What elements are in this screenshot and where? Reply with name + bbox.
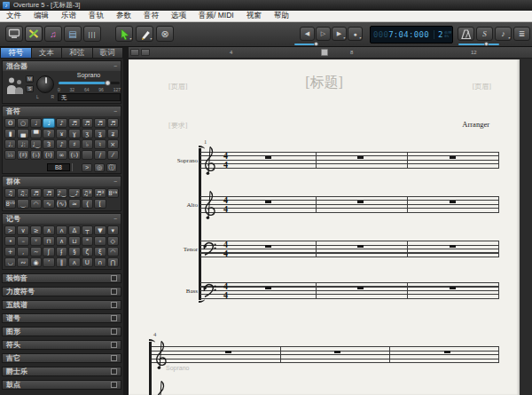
expand-icon[interactable] bbox=[111, 315, 117, 321]
expand-icon[interactable] bbox=[111, 342, 117, 348]
menu-item[interactable]: 选项 bbox=[165, 11, 192, 21]
panel-header-guitar[interactable]: 吉它 bbox=[2, 353, 121, 363]
whole-rest[interactable] bbox=[265, 156, 271, 159]
beamed-eighths-button[interactable]: ♫ bbox=[4, 188, 16, 198]
transport-slider[interactable] bbox=[294, 43, 318, 45]
paren-flat-button[interactable]: (♭) bbox=[30, 150, 42, 160]
menu-item[interactable]: 文件 bbox=[0, 11, 27, 21]
open-circle-button[interactable]: ∘ bbox=[94, 236, 106, 246]
double-sharp-button[interactable]: × bbox=[107, 139, 119, 149]
whole-rest[interactable] bbox=[334, 351, 340, 353]
menu-item[interactable]: 帮助 bbox=[268, 11, 295, 21]
slash-button[interactable]: / bbox=[94, 150, 106, 160]
pan-knob[interactable] bbox=[36, 75, 54, 93]
slider-thumb[interactable] bbox=[105, 80, 111, 86]
accent-button[interactable]: > bbox=[4, 225, 16, 235]
staccato-button[interactable]: • bbox=[4, 236, 16, 246]
staff-system2-soprano[interactable] bbox=[152, 346, 499, 363]
tab-lyrics[interactable]: 歌词 bbox=[93, 47, 124, 59]
notes-panel-header[interactable]: 音符 − bbox=[3, 107, 121, 116]
staff-alto[interactable]: 44 bbox=[200, 196, 499, 213]
brace-button[interactable]: { bbox=[82, 199, 93, 209]
quarter-sharp-button[interactable]: ∞ bbox=[56, 150, 67, 160]
hundred-twenty-eighth-note-button[interactable]: ♬ bbox=[107, 118, 119, 128]
time-signature[interactable]: 44 bbox=[222, 241, 230, 257]
pencil-tool-button[interactable]: ▾ bbox=[136, 26, 153, 42]
expand-icon[interactable] bbox=[111, 382, 117, 388]
arpeggio-down-button[interactable]: ξ bbox=[94, 247, 106, 257]
slider-thumb[interactable] bbox=[484, 42, 489, 46]
panel-header-dynamics[interactable]: 力度符号 bbox=[2, 287, 121, 296]
arranger-label[interactable]: Arranger bbox=[462, 120, 489, 129]
double-dotted-note-button[interactable]: ♩: bbox=[17, 139, 28, 149]
grace-note-button[interactable]: ♪ bbox=[56, 139, 67, 149]
tied-note-button[interactable]: ♩‿ bbox=[30, 139, 42, 149]
pipe-button[interactable]: ┬ bbox=[82, 225, 93, 235]
turn-button[interactable]: § bbox=[68, 247, 80, 257]
hundred-twenty-eighth-rest-button[interactable]: ʑ bbox=[107, 129, 119, 138]
expand-icon[interactable] bbox=[111, 275, 117, 281]
beamed-mixed-button[interactable]: ♬ bbox=[43, 188, 54, 198]
info-button[interactable]: ⓘ bbox=[106, 163, 117, 172]
whole-rest[interactable] bbox=[357, 201, 364, 203]
tempo-slider[interactable] bbox=[458, 43, 499, 45]
menu-item[interactable]: 参数 bbox=[110, 11, 137, 21]
double-flat-button[interactable]: ♭♭ bbox=[4, 150, 16, 160]
chevron-down-icon[interactable]: ▾ bbox=[343, 36, 345, 40]
sharp-button[interactable]: ♯ bbox=[68, 139, 80, 149]
tilde-button[interactable]: ∼ bbox=[30, 247, 42, 257]
eraser-tool-button[interactable]: ⊗ bbox=[156, 26, 174, 42]
whole-rest[interactable] bbox=[450, 287, 456, 289]
whole-rest[interactable] bbox=[450, 156, 456, 159]
mute-button[interactable]: M bbox=[26, 75, 34, 83]
expand-icon[interactable] bbox=[111, 368, 117, 375]
staff-tenor[interactable]: 44 bbox=[200, 241, 499, 257]
heavy-accent-button[interactable]: ≥ bbox=[30, 225, 42, 235]
playback-filter-button[interactable]: ◎ bbox=[94, 163, 105, 172]
natural-button[interactable]: ♮ bbox=[94, 139, 106, 149]
sixty-fourth-rest-button[interactable]: ʓ bbox=[94, 129, 106, 138]
menu-item[interactable]: 音符 bbox=[137, 11, 165, 21]
quarter-note-button[interactable]: ♩ bbox=[43, 118, 54, 128]
down-bow-button[interactable]: ⊓ bbox=[43, 236, 54, 246]
whole-rest[interactable] bbox=[357, 245, 364, 248]
whole-rest[interactable] bbox=[265, 287, 271, 289]
sixteenth-note-button[interactable]: ♬ bbox=[68, 118, 80, 128]
whole-rest[interactable] bbox=[265, 245, 271, 248]
grace-note-button[interactable]: ♪▾ bbox=[495, 27, 512, 41]
time-signature[interactable]: 44 bbox=[222, 282, 230, 299]
thirty-second-rest-button[interactable]: ʒ bbox=[82, 129, 93, 138]
rewind-button[interactable]: ◀ bbox=[300, 27, 315, 41]
menu-item[interactable]: 音轨 bbox=[82, 11, 110, 21]
fermata-button[interactable]: ◠ bbox=[107, 247, 119, 257]
menu-item[interactable]: 音频/ MIDI bbox=[192, 11, 240, 21]
up-bow-button[interactable]: ∧ bbox=[56, 236, 67, 246]
octave-up-button[interactable]: 8ᵛᵃ bbox=[107, 188, 119, 198]
record-button[interactable]: ●▾ bbox=[348, 27, 363, 41]
tab-chords[interactable]: 和弦 bbox=[62, 47, 93, 59]
expand-icon[interactable] bbox=[111, 328, 117, 335]
sixty-fourth-note-button[interactable]: ♬ bbox=[94, 118, 106, 128]
inverted-mordent-button[interactable]: ʄ bbox=[56, 247, 67, 257]
half-note-button[interactable]: ♩ bbox=[30, 118, 42, 128]
panel-header-noteheads[interactable]: 符头 bbox=[2, 340, 121, 350]
grace-slash-button[interactable]: ⁄ bbox=[107, 150, 119, 160]
paren-sharp-button[interactable]: (♯) bbox=[17, 150, 28, 160]
whole-rest[interactable] bbox=[444, 351, 450, 353]
panel-header-jazz[interactable]: 爵士乐 bbox=[2, 367, 121, 376]
device-field[interactable]: 无 bbox=[58, 93, 121, 101]
slider-thumb[interactable] bbox=[314, 42, 318, 46]
fermata-dotted-button[interactable]: ⋂ bbox=[107, 257, 119, 267]
groups-panel-header[interactable]: 群体 − bbox=[3, 177, 121, 186]
long-turn-button[interactable]: ∾ bbox=[17, 257, 28, 267]
slur-button[interactable]: ◠ bbox=[30, 199, 42, 209]
measure-ruler[interactable]: 4 8 12 bbox=[129, 47, 532, 59]
arpeggio-button[interactable]: ζ bbox=[82, 247, 93, 257]
u-shape-button[interactable]: U bbox=[82, 257, 93, 267]
eighth-note-button[interactable]: ♪ bbox=[56, 118, 67, 128]
time-signature[interactable]: 44 bbox=[222, 196, 230, 213]
quarter-rest-button[interactable]: ʔ bbox=[43, 129, 54, 138]
small-marcato-button[interactable]: ᴧ bbox=[68, 257, 80, 267]
whole-rest[interactable] bbox=[450, 201, 456, 203]
beamed-dotted-button[interactable]: ♫. bbox=[17, 188, 28, 198]
